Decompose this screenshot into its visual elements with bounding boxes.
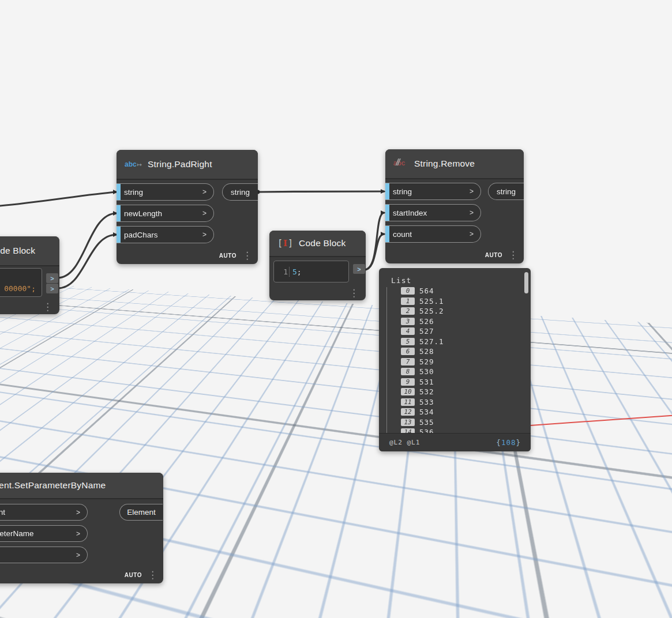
node-title: Code Block xyxy=(299,238,346,248)
input-port-newlength[interactable]: newLength > xyxy=(117,205,214,222)
string-pad-icon: abc↦ xyxy=(125,161,142,168)
dynamo-canvas[interactable]: abc↦ String.PadRight string > newLength … xyxy=(0,0,672,618)
port-accent xyxy=(117,184,121,200)
chevron-right-icon: > xyxy=(470,187,474,195)
context-menu-icon[interactable]: ⋮ xyxy=(508,250,518,260)
node-string-remove[interactable]: abc// String.Remove string > startIndex … xyxy=(385,149,524,263)
list-index-badge: 7 xyxy=(401,358,415,365)
list-item-value: 533 xyxy=(419,398,434,406)
wire-padright-to-remove-string[interactable] xyxy=(258,191,384,192)
list-rows: 0 564 1 525.1 2 525.2 3 526 4 527 5 527.… xyxy=(401,286,523,434)
lacing-mode[interactable]: AUTO xyxy=(485,252,502,258)
chevron-right-icon: > xyxy=(76,508,80,517)
text-cursor xyxy=(289,267,290,277)
list-item-value: 525.2 xyxy=(419,307,444,315)
list-item: 11 533 xyxy=(401,397,523,408)
list-index-badge: 1 xyxy=(401,297,415,305)
list-item: 7 529 xyxy=(401,357,523,367)
list-tree-line xyxy=(386,287,387,434)
list-item: 1 525.1 xyxy=(401,296,523,307)
chevron-right-icon: > xyxy=(202,209,207,217)
port-accent xyxy=(385,205,389,221)
port-accent xyxy=(385,183,389,199)
scrollbar-thumb[interactable] xyxy=(524,272,528,293)
lacing-mode[interactable]: AUTO xyxy=(219,253,236,259)
list-item: 9 531 xyxy=(401,377,523,387)
list-item-value: 525.1 xyxy=(419,297,444,306)
list-item-value: 529 xyxy=(419,357,434,366)
context-menu-icon[interactable]: ⋮ xyxy=(242,251,252,261)
list-index-badge: 2 xyxy=(401,307,415,315)
list-index-badge: 13 xyxy=(401,419,415,426)
node-header[interactable]: [I] Code Block xyxy=(269,231,366,257)
node-header[interactable]: Element.SetParameterByName xyxy=(0,473,163,499)
wire-codeblockleft-to-newlength[interactable] xyxy=(58,213,117,278)
port-accent xyxy=(385,226,389,242)
list-index-badge: 11 xyxy=(401,398,415,406)
list-index-badge: 0 xyxy=(401,287,415,295)
context-menu-icon[interactable]: ⋮ xyxy=(43,302,52,312)
input-port-string[interactable]: string > xyxy=(117,183,214,201)
output-port-string[interactable]: string xyxy=(222,183,258,201)
list-index-badge: 6 xyxy=(401,348,415,355)
list-item-value: 535 xyxy=(419,418,434,427)
input-port-padchars[interactable]: padChars > xyxy=(117,226,214,243)
list-item-value: 532 xyxy=(419,387,434,396)
list-item: 3 526 xyxy=(401,316,523,327)
output-port-string[interactable]: string xyxy=(488,183,524,200)
list-item: 0 564 xyxy=(401,286,523,296)
context-menu-icon[interactable]: ⋮ xyxy=(148,570,157,580)
node-string-padright[interactable]: abc↦ String.PadRight string > newLength … xyxy=(117,150,258,264)
list-index-badge: 5 xyxy=(401,338,415,345)
port-accent xyxy=(117,227,121,243)
preview-footer: @L2 @L1 {108} xyxy=(379,433,531,451)
lacing-mode[interactable]: AUTO xyxy=(125,572,142,578)
node-title: Code Block xyxy=(0,246,35,256)
node-title: Element.SetParameterByName xyxy=(0,480,106,491)
output-port-1[interactable]: > xyxy=(46,273,58,283)
list-item-value: 526 xyxy=(419,317,434,326)
list-index-badge: 4 xyxy=(401,327,415,335)
wire-to-padright-string[interactable] xyxy=(0,192,117,206)
context-menu-icon[interactable]: ⋮ xyxy=(349,288,359,298)
code-block-icon: [I] xyxy=(277,239,293,248)
list-index-badge: 12 xyxy=(401,408,415,416)
input-port-startindex[interactable]: startIndex > xyxy=(385,204,481,221)
output-port[interactable]: > xyxy=(353,264,365,274)
input-port-string[interactable]: string > xyxy=(385,183,481,200)
list-item-value: 534 xyxy=(419,408,434,416)
list-item: 10 532 xyxy=(401,387,523,397)
lacing-levels: @L2 @L1 xyxy=(389,439,420,446)
port-accent xyxy=(117,205,121,221)
node-code-block-left[interactable]: Code Block 00000"; > > ⋮ xyxy=(0,236,59,314)
node-title: String.Remove xyxy=(414,159,475,169)
node-header[interactable]: abc↦ String.PadRight xyxy=(117,150,258,180)
wire-end-arrow xyxy=(381,189,385,194)
input-port-element[interactable]: element > xyxy=(0,504,88,521)
node-header[interactable]: abc// String.Remove xyxy=(385,149,524,179)
line-number: 1 xyxy=(277,267,288,276)
node-header[interactable]: Code Block xyxy=(0,236,59,266)
node-element-setparameterbyname[interactable]: Element.SetParameterByName element > par… xyxy=(0,473,163,583)
list-item-value: 527.1 xyxy=(419,337,444,346)
input-port-parametername[interactable]: parameterName > xyxy=(0,525,88,542)
list-item: 6 528 xyxy=(401,346,523,357)
node-code-block[interactable]: [I] Code Block 1 5 ; > ⋮ xyxy=(269,231,366,300)
chevron-right-icon: > xyxy=(470,209,474,217)
code-editor[interactable]: 1 5 ; xyxy=(273,261,349,282)
input-port-count[interactable]: count > xyxy=(385,225,481,243)
item-count: {108} xyxy=(496,438,521,447)
chevron-right-icon: > xyxy=(202,231,207,239)
list-item-value: 530 xyxy=(419,367,434,376)
list-item-value: 531 xyxy=(419,378,434,386)
list-item: 8 530 xyxy=(401,367,523,377)
wire-codeblockmid-to-startindex[interactable] xyxy=(364,213,384,270)
wire-end-arrow xyxy=(381,210,385,215)
list-item-value: 564 xyxy=(419,287,434,295)
code-editor[interactable]: 00000"; xyxy=(0,268,42,297)
output-port-element[interactable]: Element xyxy=(119,504,163,521)
output-port-2[interactable]: > xyxy=(46,284,58,293)
list-item: 12 534 xyxy=(401,407,523,417)
input-port-value[interactable]: value > xyxy=(0,547,88,563)
list-output-preview[interactable]: List 0 564 1 525.1 2 525.2 3 526 4 527 5… xyxy=(379,268,531,451)
